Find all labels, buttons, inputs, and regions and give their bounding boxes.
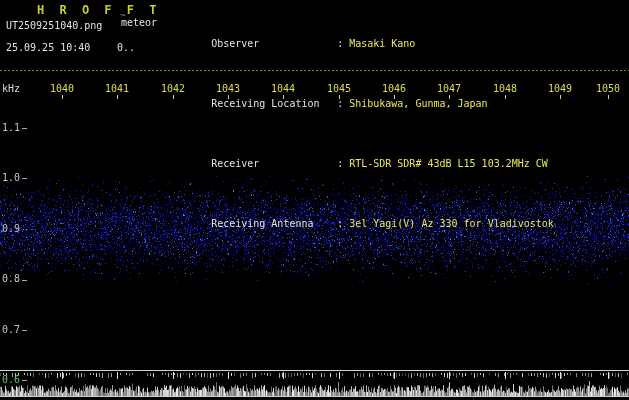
time-tick-label: 1041 bbox=[97, 83, 137, 94]
time-tick-label: 1040 bbox=[42, 83, 82, 94]
info-value: Shibukawa, Gunma, Japan bbox=[349, 98, 487, 109]
timestamp: 25.09.25 10:40 bbox=[6, 42, 90, 53]
info-row-observer: Observer:Masaki Kano bbox=[175, 26, 554, 62]
info-separator: : bbox=[337, 158, 343, 170]
time-tick-label: 1046 bbox=[374, 83, 414, 94]
time-tick-label: 1049 bbox=[540, 83, 580, 94]
time-tick-label: 1050 bbox=[588, 83, 628, 94]
info-separator: : bbox=[337, 38, 343, 50]
info-value: RTL-SDR SDR# 43dB L15 103.2MHz CW bbox=[349, 158, 548, 169]
hrofft-window: H R O F F T UT2509251040.png ~ meteor 25… bbox=[0, 0, 629, 400]
app-title: H R O F F T bbox=[37, 3, 160, 17]
info-label: Receiver bbox=[211, 158, 337, 170]
time-tick-label: 1043 bbox=[208, 83, 248, 94]
time-tick-label: 1044 bbox=[263, 83, 303, 94]
info-separator: : bbox=[337, 98, 343, 110]
info-separator: : bbox=[337, 218, 343, 230]
output-filename: UT2509251040.png bbox=[6, 20, 102, 31]
info-row-antenna: Receiving Antenna:3el Yagi(V) Az 330 for… bbox=[175, 206, 554, 242]
freq-tick-label: 0.8 bbox=[2, 273, 24, 284]
info-value: Masaki Kano bbox=[349, 38, 415, 49]
receiver-info-panel: Observer:Masaki Kano Receiving Location:… bbox=[175, 2, 554, 266]
info-label: Receiving Antenna bbox=[211, 218, 337, 230]
time-tick-label: 1047 bbox=[429, 83, 469, 94]
info-row-receiver: Receiver:RTL-SDR SDR# 43dB L15 103.2MHz … bbox=[175, 146, 554, 182]
time-tick-label: 1042 bbox=[153, 83, 193, 94]
time-tick-label: 1045 bbox=[319, 83, 359, 94]
y-axis-unit: kHz bbox=[2, 83, 20, 94]
freq-tick-label: 0.6 bbox=[2, 374, 24, 385]
station-name: meteor bbox=[121, 17, 157, 28]
freq-tick-label: 0.7 bbox=[2, 324, 24, 335]
info-label: Observer bbox=[211, 38, 337, 50]
freq-tick-label: 1.0 bbox=[2, 172, 24, 183]
freq-tick-label: 1.1 bbox=[2, 122, 24, 133]
freq-tick-label: 0.9 bbox=[2, 223, 24, 234]
info-label: Receiving Location bbox=[211, 98, 337, 110]
echo-counter: 0.. bbox=[117, 42, 135, 53]
info-value: 3el Yagi(V) Az 330 for Vladivostok bbox=[349, 218, 554, 229]
time-tick-label: 1048 bbox=[485, 83, 525, 94]
